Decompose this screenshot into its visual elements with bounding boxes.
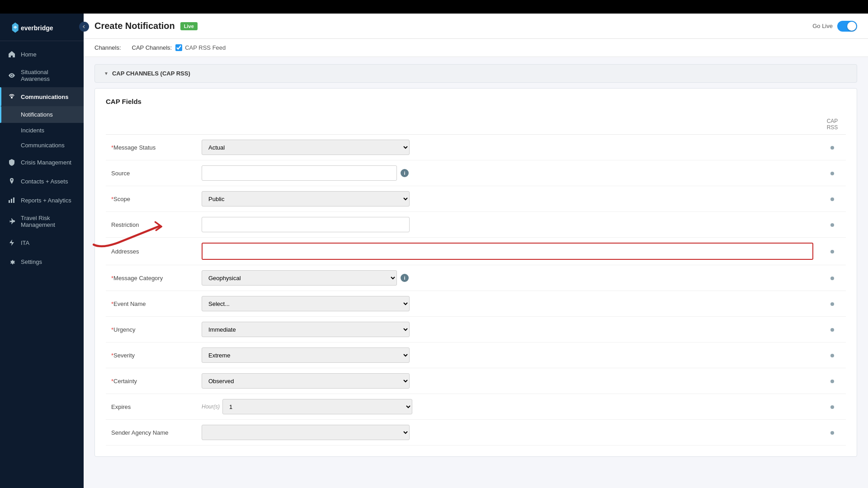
page-header: Create Notification Live Go Live — [84, 14, 868, 39]
message-category-select[interactable]: Geophysical Met Safety Security Rescue F… — [202, 270, 397, 286]
field-input-message-category: Geophysical Met Safety Security Rescue F… — [196, 265, 819, 291]
cap-rss-dot-message-category — [819, 265, 846, 291]
cap-channels-section-title: CAP CHANNELS (CAP RSS) — [112, 70, 190, 77]
header-left: Create Notification Live — [94, 21, 198, 31]
cap-channels-section-header[interactable]: ▼ CAP CHANNELS (CAP RSS) — [94, 64, 857, 83]
sidebar-item-reports-analytics[interactable]: Reports + Analytics — [0, 191, 84, 210]
field-input-expires: Hour(s) 1 2 3 6 12 24 48 — [196, 394, 819, 420]
field-input-event-name: Select... — [196, 291, 819, 317]
field-label-message-category: *Message Category — [106, 265, 196, 291]
sidebar: everbridge Home Situational Awareness — [0, 14, 84, 488]
sidebar-item-label: Notifications — [21, 111, 53, 118]
cap-rss-dot-source — [819, 160, 846, 186]
value-header — [196, 114, 819, 135]
sidebar-item-communications-sub[interactable]: Communications — [0, 138, 84, 153]
sidebar-item-ita[interactable]: ITA — [0, 233, 84, 252]
table-row: *Scope Public Restricted Private — [106, 186, 846, 212]
field-label-event-name: *Event Name — [106, 291, 196, 317]
cap-fields-table: CAP RSS *Message Status — [106, 114, 846, 446]
field-input-message-status: Actual Exercise System Test Draft — [196, 135, 819, 160]
expires-group: Hour(s) 1 2 3 6 12 24 48 — [202, 399, 813, 414]
cap-rss-dot-expires — [819, 394, 846, 420]
field-label-message-status: *Message Status — [106, 135, 196, 160]
field-input-source: i — [196, 160, 819, 186]
message-status-select[interactable]: Actual Exercise System Test Draft — [202, 140, 410, 155]
sidebar-item-communications[interactable]: Communications — [0, 87, 84, 106]
sidebar-item-label: Crisis Management — [21, 159, 71, 166]
message-category-info-icon[interactable]: i — [401, 274, 409, 282]
cap-rss-dot-restriction — [819, 212, 846, 238]
field-input-severity: Extreme Severe Moderate Minor Unknown — [196, 343, 819, 368]
sidebar-collapse-button[interactable] — [79, 22, 89, 32]
go-live-toggle[interactable] — [837, 21, 857, 32]
addresses-input[interactable] — [203, 244, 410, 259]
event-name-select[interactable]: Select... — [202, 296, 410, 311]
sidebar-item-label: Communications — [21, 94, 68, 100]
scope-select[interactable]: Public Restricted Private — [202, 191, 410, 206]
sidebar-item-contacts-assets[interactable]: Contacts + Assets — [0, 172, 84, 191]
svg-rect-2 — [9, 200, 10, 203]
toggle-knob — [847, 22, 856, 31]
sidebar-item-incidents[interactable]: Incidents — [0, 123, 84, 138]
sidebar-item-travel-risk[interactable]: Travel Risk Management — [0, 210, 84, 233]
everbridge-logo: everbridge — [7, 22, 66, 34]
restriction-input[interactable] — [202, 217, 410, 232]
channels-bar: Channels: CAP Channels: CAP RSS Feed — [84, 39, 868, 57]
table-row: Sender Agency Name — [106, 420, 846, 446]
table-row: *Urgency Immediate Expected Future Past … — [106, 317, 846, 343]
cap-rss-dot-severity — [819, 343, 846, 368]
table-row: *Message Status Actual Exercise System T… — [106, 135, 846, 160]
form-title: CAP Fields — [106, 98, 846, 105]
sidebar-item-crisis-management[interactable]: Crisis Management — [0, 153, 84, 172]
cap-rss-dot-sender-agency-name — [819, 420, 846, 446]
dot-indicator — [830, 405, 834, 409]
sidebar-item-label: ITA — [21, 239, 29, 246]
dot-indicator — [830, 250, 834, 253]
dot-indicator — [830, 302, 834, 306]
field-input-sender-agency-name — [196, 420, 819, 446]
addresses-highlight-border — [202, 243, 813, 260]
field-label-source: Source — [106, 160, 196, 186]
table-row: Restriction — [106, 212, 846, 238]
cap-channels-label: CAP Channels: — [132, 44, 172, 51]
sidebar-item-home[interactable]: Home — [0, 45, 84, 64]
dot-indicator — [830, 277, 834, 280]
table-row: Expires Hour(s) 1 2 3 6 — [106, 394, 846, 420]
top-bar — [0, 0, 868, 14]
broadcast-icon — [7, 92, 16, 101]
source-input[interactable] — [202, 165, 397, 181]
gear-icon — [7, 257, 16, 266]
sidebar-item-settings[interactable]: Settings — [0, 252, 84, 271]
sidebar-item-label: Home — [21, 51, 37, 58]
sender-agency-name-select[interactable] — [202, 425, 410, 440]
source-input-group: i — [202, 165, 813, 181]
svg-rect-3 — [11, 199, 12, 203]
urgency-select[interactable]: Immediate Expected Future Past Unknown — [202, 322, 410, 337]
cap-rss-header: CAP RSS — [819, 114, 846, 135]
sidebar-item-label: Reports + Analytics — [21, 197, 71, 204]
sidebar-item-notifications[interactable]: Notifications — [0, 106, 84, 123]
header-right: Go Live — [812, 21, 857, 32]
cap-rss-checkbox[interactable] — [175, 44, 182, 51]
shield-icon — [7, 158, 16, 167]
sidebar-item-situational-awareness[interactable]: Situational Awareness — [0, 64, 84, 87]
field-input-addresses — [196, 238, 819, 265]
field-input-urgency: Immediate Expected Future Past Unknown — [196, 317, 819, 343]
table-row: *Message Category Geophysical Met Safety — [106, 265, 846, 291]
certainty-select[interactable]: Observed Likely Possible Unlikely Unknow… — [202, 373, 410, 389]
content-area: Channels: CAP Channels: CAP RSS Feed ▼ C… — [84, 39, 868, 488]
expires-select[interactable]: 1 2 3 6 12 24 48 — [222, 399, 412, 414]
form-container: CAP Fields CAP RSS — [94, 88, 857, 457]
field-label-expires: Expires — [106, 394, 196, 420]
table-row: *Severity Extreme Severe Moderate Minor … — [106, 343, 846, 368]
table-row: *Certainty Observed Likely Possible Unli… — [106, 368, 846, 394]
source-info-icon[interactable]: i — [401, 169, 409, 177]
sidebar-item-label: Situational Awareness — [21, 69, 76, 82]
plane-icon — [7, 217, 16, 226]
severity-select[interactable]: Extreme Severe Moderate Minor Unknown — [202, 347, 410, 363]
sidebar-item-label: Communications — [21, 142, 65, 149]
svg-text:everbridge: everbridge — [21, 24, 53, 32]
sidebar-item-label: Incidents — [21, 127, 44, 134]
dot-indicator — [830, 380, 834, 383]
dot-indicator — [830, 172, 834, 175]
